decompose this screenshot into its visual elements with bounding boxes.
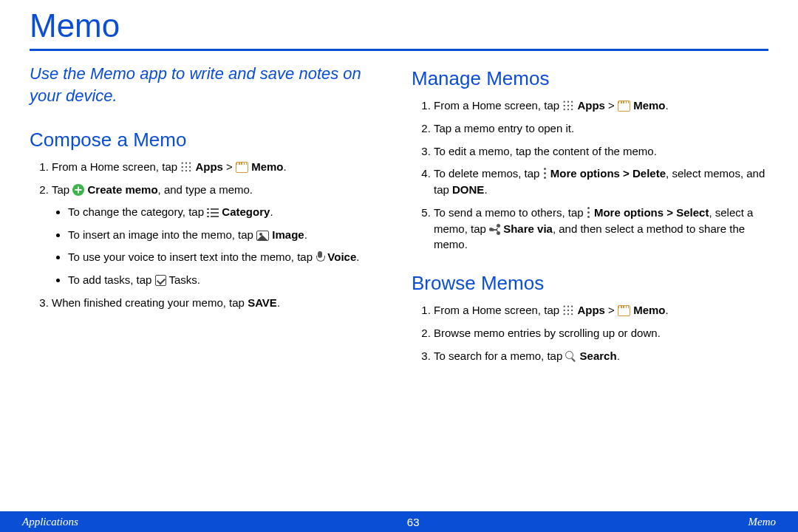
save-label: SAVE <box>248 296 277 309</box>
sep: > <box>608 99 618 112</box>
bullet-image: To insert an image into the memo, tap Im… <box>68 227 386 243</box>
manage-step-5: To send a memo to others, tap More optio… <box>434 205 768 253</box>
dot: . <box>617 349 620 362</box>
image-icon <box>256 231 269 241</box>
memo-label: Memo <box>633 304 665 316</box>
text: To add tasks, tap <box>68 273 155 286</box>
section-manage-heading: Manage Memos <box>412 67 768 90</box>
share-label: Share via <box>503 222 553 235</box>
title-divider <box>30 49 768 51</box>
memo-icon <box>236 162 248 173</box>
sep: > <box>608 304 618 316</box>
page-title: Memo <box>30 7 768 44</box>
tasks-label: Tasks. <box>168 273 200 286</box>
browse-steps: From a Home screen, tap Apps > Memo. Bro… <box>412 302 768 364</box>
memo-icon <box>618 305 630 316</box>
compose-bullets: To change the category, tap Category. To… <box>52 204 386 288</box>
text: From a Home screen, tap <box>52 160 180 173</box>
compose-step-3: When finished creating your memo, tap SA… <box>52 295 386 311</box>
apps-icon <box>562 100 574 112</box>
content-columns: Use the Memo app to write and save notes… <box>30 63 768 370</box>
category-label: Category <box>222 205 270 218</box>
text: To delete memos, tap <box>434 167 543 180</box>
task-icon <box>155 275 166 286</box>
browse-step-2: Browse memo entries by scrolling up or d… <box>434 325 768 341</box>
category-icon <box>207 208 219 218</box>
text: From a Home screen, tap <box>434 99 562 112</box>
dot: . <box>484 183 487 196</box>
manage-step-3: To edit a memo, tap the content of the m… <box>434 143 768 160</box>
apps-icon <box>180 161 192 173</box>
share-icon <box>489 224 500 235</box>
more-icon <box>587 207 591 219</box>
dot: . <box>356 250 359 263</box>
done-label: DONE <box>452 183 484 196</box>
text: To use your voice to insert text into th… <box>68 250 316 263</box>
memo-icon <box>618 100 630 112</box>
image-label: Image <box>272 228 304 241</box>
bullet-voice: To use your voice to insert text into th… <box>68 249 386 265</box>
compose-step-2: Tap Create memo, and type a memo. To cha… <box>52 182 386 288</box>
text2: , and type a memo. <box>158 183 253 196</box>
text: From a Home screen, tap <box>434 304 562 316</box>
browse-step-1: From a Home screen, tap Apps > Memo. <box>434 302 768 318</box>
more-label: More options <box>550 167 620 180</box>
left-column: Use the Memo app to write and save notes… <box>30 63 386 370</box>
right-column: Manage Memos From a Home screen, tap App… <box>412 63 768 370</box>
dot: . <box>270 205 273 218</box>
dot: . <box>277 296 280 309</box>
voice-icon <box>316 251 324 263</box>
text: To change the category, tap <box>68 205 207 218</box>
plus-icon <box>72 184 84 196</box>
dot: . <box>284 160 287 173</box>
apps-icon <box>562 304 574 316</box>
more-label: More options <box>594 206 664 219</box>
browse-step-3: To search for a memo, tap Search. <box>434 348 768 364</box>
memo-label: Memo <box>251 160 283 173</box>
text: When finished creating your memo, tap <box>52 296 248 309</box>
section-compose-heading: Compose a Memo <box>30 129 386 151</box>
create-label: Create memo <box>88 183 158 196</box>
text: Tap <box>52 183 72 196</box>
search-icon <box>565 351 576 362</box>
voice-label: Voice <box>327 250 356 263</box>
more-icon <box>543 168 548 180</box>
delete-label: > Delete <box>620 167 666 180</box>
footer-page-number: 63 <box>407 516 420 528</box>
search-label: Search <box>580 349 617 362</box>
select-label: > Select <box>664 206 709 219</box>
bullet-category: To change the category, tap Category. <box>68 204 386 220</box>
section-browse-heading: Browse Memos <box>412 272 768 295</box>
manage-step-1: From a Home screen, tap Apps > Memo. <box>434 98 768 114</box>
apps-label: Apps <box>577 304 605 316</box>
manage-step-2: Tap a memo entry to open it. <box>434 120 768 137</box>
compose-step-1: From a Home screen, tap Apps > Memo. <box>52 159 386 175</box>
compose-steps: From a Home screen, tap Apps > Memo. Tap… <box>30 159 386 310</box>
text: To insert an image into the memo, tap <box>68 228 256 241</box>
intro-text: Use the Memo app to write and save notes… <box>30 63 386 106</box>
footer-right: Memo <box>748 516 776 528</box>
sep: > <box>226 160 236 173</box>
text: To send a memo to others, tap <box>434 206 587 219</box>
text: To search for a memo, tap <box>434 349 565 362</box>
dot: . <box>304 228 307 241</box>
dot: . <box>666 99 669 112</box>
memo-label: Memo <box>633 99 665 112</box>
apps-label: Apps <box>195 160 223 173</box>
bullet-tasks: To add tasks, tap Tasks. <box>68 272 386 288</box>
dot: . <box>666 304 669 316</box>
page-footer: Applications 63 Memo <box>0 511 798 532</box>
manage-steps: From a Home screen, tap Apps > Memo. Tap… <box>412 98 768 253</box>
manage-step-4: To delete memos, tap More options > Dele… <box>434 166 768 198</box>
apps-label: Apps <box>577 99 605 112</box>
footer-left: Applications <box>22 516 78 528</box>
